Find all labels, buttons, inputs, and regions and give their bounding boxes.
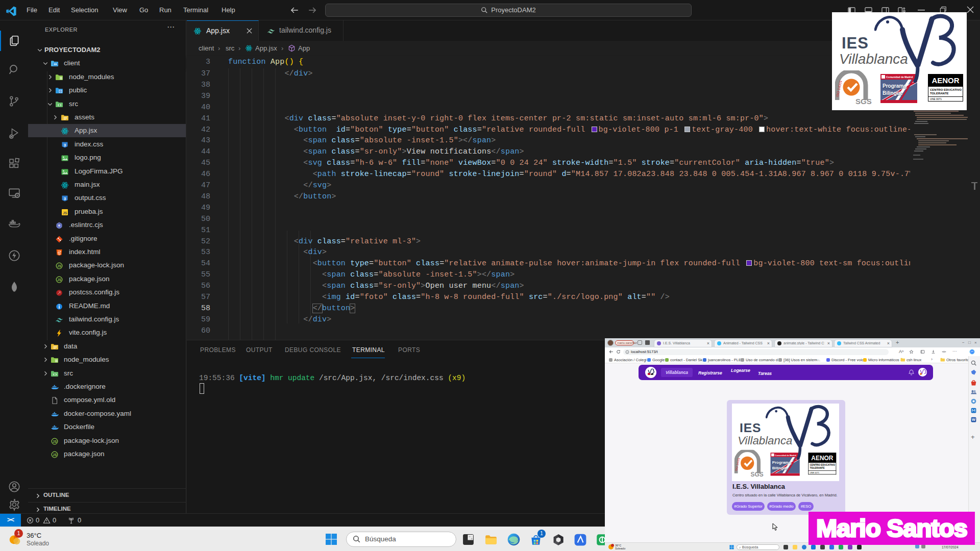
svg-text:3: 3: [64, 143, 66, 147]
svg-text:3: 3: [64, 196, 66, 201]
svg-text:JS: JS: [63, 211, 67, 215]
svg-text:JS: JS: [57, 278, 62, 282]
svg-text:SGS: SGS: [751, 471, 764, 478]
svg-text:JS: JS: [53, 453, 57, 457]
svg-text:W: W: [972, 417, 975, 422]
svg-text:JS: JS: [57, 264, 62, 268]
svg-text:SGS: SGS: [855, 97, 872, 106]
svg-text:JS: JS: [53, 440, 57, 443]
